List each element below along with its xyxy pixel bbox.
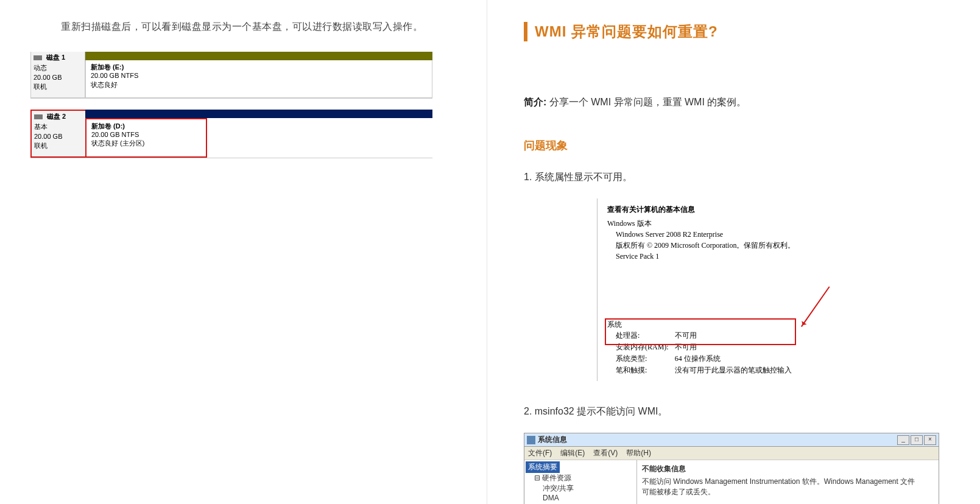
article-intro: 简介: 分享一个 WMI 异常问题，重置 WMI 的案例。	[524, 96, 956, 109]
sp-row-pen: 笔和触摸: 没有可用于此显示器的笔或触控输入	[616, 365, 798, 376]
symptom-2: 2. msinfo32 提示不能访问 WMI。	[524, 405, 956, 418]
msinfo-titlebar: 系统信息 _ □ ×	[524, 433, 939, 447]
disk2-vol-name: 新加卷 (D:)	[91, 122, 125, 130]
disk1-title: 磁盘 1	[46, 54, 65, 61]
disk2-vol-status: 状态良好 (主分区)	[91, 139, 144, 147]
disk2-type: 基本	[34, 122, 83, 131]
left-column: 重新扫描磁盘后，可以看到磁盘显示为一个基本盘，可以进行数据读取写入操作。 磁盘 …	[0, 0, 487, 504]
disk2-title: 磁盘 2	[47, 113, 66, 120]
sp-pen-k: 笔和触摸:	[616, 365, 675, 376]
sp-systype-k: 系统类型:	[616, 353, 675, 365]
sp-row-ram: 安装内存(RAM): 不可用	[616, 341, 798, 353]
disk1-vol-status: 状态良好	[91, 81, 118, 88]
msinfo-content: 不能收集信息 不能访问 Windows Management Instrumen…	[637, 460, 939, 504]
intro-text: 分享一个 WMI 异常问题，重置 WMI 的案例。	[549, 97, 747, 107]
disk1-type: 动态	[33, 63, 82, 72]
sp-ram-v: 不可用	[675, 341, 798, 353]
disk1-volume-info: 新加卷 (E:) 20.00 GB NTFS 状态良好	[85, 60, 432, 98]
msinfo-content-heading: 不能收集信息	[642, 464, 934, 474]
disk1-body: 新加卷 (E:) 20.00 GB NTFS 状态良好	[85, 52, 432, 98]
sp-systype-v: 64 位操作系统	[675, 353, 798, 365]
symptom-1: 1. 系统属性显示不可用。	[524, 171, 956, 184]
disk2-volume-bar	[85, 110, 432, 118]
msinfo-title: 系统信息	[538, 435, 567, 445]
tree-dma[interactable]: DMA	[526, 494, 635, 502]
menu-edit[interactable]: 编辑(E)	[560, 448, 585, 458]
disk-row-2: 磁盘 2 基本 20.00 GB 联机 新加卷 (D:) 20.00 GB NT…	[30, 110, 432, 158]
sp-sys-label: 系统	[607, 320, 924, 330]
menu-view[interactable]: 查看(V)	[593, 448, 618, 458]
sp-table: 处理器: 不可用 安装内存(RAM): 不可用 系统类型: 64 位操作系统 笔…	[616, 330, 798, 376]
sp-ram-k: 安装内存(RAM):	[616, 341, 675, 353]
right-column: WMI 异常问题要如何重置? 简介: 分享一个 WMI 异常问题，重置 WMI …	[487, 0, 980, 504]
intro-label: 简介:	[524, 97, 546, 107]
system-properties-figure: 查看有关计算机的基本信息 Windows 版本 Windows Server 2…	[597, 198, 931, 381]
disk1-state: 联机	[33, 82, 82, 91]
window-buttons: _ □ ×	[897, 435, 936, 445]
msinfo32-figure: 系统信息 _ □ × 文件(F) 编辑(E) 查看(V) 帮助(H) 系统摘要 …	[524, 433, 939, 504]
disk-icon	[33, 55, 42, 60]
disk-row-1: 磁盘 1 动态 20.00 GB 联机 新加卷 (E:) 20.00 GB NT…	[30, 52, 432, 99]
disk1-vol-name: 新加卷 (E:)	[91, 63, 124, 71]
disk1-volume-bar	[85, 52, 432, 60]
sp-row-cpu: 处理器: 不可用	[616, 330, 798, 341]
sp-pen-v: 没有可用于此显示器的笔或触控输入	[675, 365, 798, 376]
disk1-size: 20.00 GB	[33, 73, 82, 82]
sp-copyright: 版权所有 © 2009 Microsoft Corporation。保留所有权利…	[616, 240, 924, 251]
sp-winver-label: Windows 版本	[607, 219, 924, 229]
disk2-state: 联机	[34, 141, 83, 150]
msinfo-content-line2: 可能被移走了或丢失。	[642, 487, 934, 497]
tree-conflict[interactable]: 冲突/共享	[526, 483, 635, 494]
disk2-body: 新加卷 (D:) 20.00 GB NTFS 状态良好 (主分区)	[85, 110, 432, 158]
disk2-size: 20.00 GB	[34, 132, 83, 141]
msinfo-tree: 系统摘要 ⊟ 硬件资源 冲突/共享 DMA	[524, 460, 637, 504]
left-intro-text: 重新扫描磁盘后，可以看到磁盘显示为一个基本盘，可以进行数据读取写入操作。	[61, 21, 432, 33]
section-heading: 问题现象	[524, 138, 956, 153]
sp-cpu-v: 不可用	[675, 330, 798, 341]
disk-icon	[34, 114, 43, 119]
disk-manager-figure: 磁盘 1 动态 20.00 GB 联机 新加卷 (E:) 20.00 GB NT…	[30, 52, 432, 158]
minimize-icon[interactable]: _	[897, 435, 909, 445]
maximize-icon[interactable]: □	[911, 435, 923, 445]
disk-header-1: 磁盘 1 动态 20.00 GB 联机	[30, 52, 85, 98]
menu-file[interactable]: 文件(F)	[528, 448, 552, 458]
msinfo-content-line1: 不能访问 Windows Management Instrumentation …	[642, 477, 934, 487]
tree-hw[interactable]: ⊟ 硬件资源	[526, 473, 635, 483]
sp-cpu-k: 处理器:	[616, 330, 675, 341]
disk1-vol-sizefs: 20.00 GB NTFS	[91, 72, 138, 79]
sp-heading: 查看有关计算机的基本信息	[607, 205, 924, 215]
article-title: WMI 异常问题要如何重置?	[524, 22, 956, 41]
close-icon[interactable]: ×	[924, 435, 936, 445]
app-icon	[527, 436, 535, 444]
sp-row-systype: 系统类型: 64 位操作系统	[616, 353, 798, 365]
sp-winver: Windows Server 2008 R2 Enterprise	[616, 230, 924, 239]
disk2-volume-info: 新加卷 (D:) 20.00 GB NTFS 状态良好 (主分区)	[85, 118, 207, 158]
msinfo-menubar: 文件(F) 编辑(E) 查看(V) 帮助(H)	[524, 447, 939, 460]
sp-sp: Service Pack 1	[616, 252, 924, 261]
tree-root[interactable]: 系统摘要	[526, 461, 560, 473]
disk2-vol-sizefs: 20.00 GB NTFS	[91, 131, 139, 138]
disk-header-2: 磁盘 2 基本 20.00 GB 联机	[30, 110, 85, 158]
menu-help[interactable]: 帮助(H)	[626, 448, 651, 458]
